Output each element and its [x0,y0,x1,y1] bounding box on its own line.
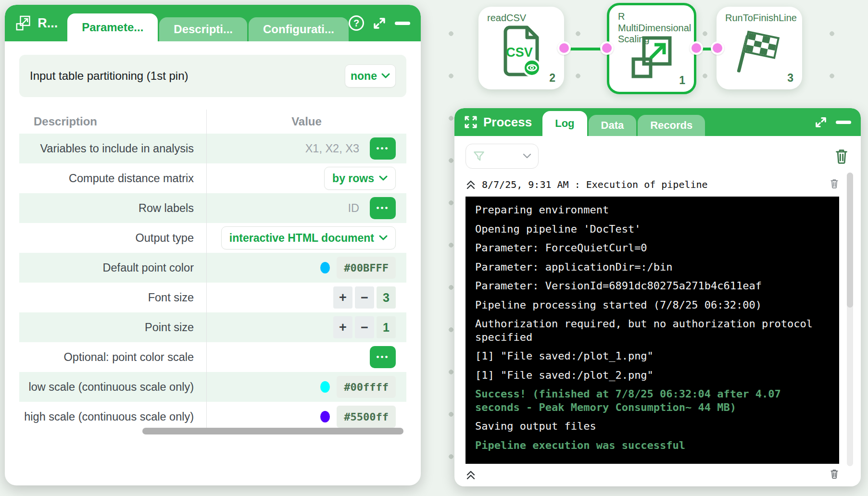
color-hex-value[interactable]: #5500ff [337,406,396,428]
param-label: high scale (continuous scale only) [19,402,207,432]
tab-records[interactable]: Records [638,115,705,136]
dialog-tabs: Paramete... Descripti... Configurati... [67,5,349,41]
param-row: Default point color#00BFFF [19,253,406,283]
dialog-title: R... [38,16,58,31]
input-port[interactable] [600,41,614,55]
param-label: Point size [19,312,207,342]
param-value-text: ID [348,202,360,215]
log-line: Parameter: applicationDir=:/bin [475,260,830,274]
filter-icon [473,150,485,162]
param-dropdown-value: by rows [332,172,374,185]
param-label: Variables to include in analysis [19,134,207,163]
node-config-dialog: R... Paramete... Descripti... Configurat… [5,5,421,485]
decrement-button[interactable]: − [355,286,374,309]
table-header: Description Value [19,110,406,134]
node-title: RunToFinishLine [725,12,796,24]
chevron-down-icon [381,73,390,79]
table-rows: Variables to include in analysisX1, X2, … [19,134,406,432]
chevron-down-icon [379,175,388,181]
param-row: high scale (continuous scale only)#5500f… [19,402,406,432]
param-dropdown[interactable]: by rows [324,167,396,190]
process-panel: Process Log Data Records [454,108,861,486]
column-header-description: Description [19,110,207,134]
csv-file-icon: CSV [497,25,545,78]
horizontal-scrollbar[interactable] [142,428,403,434]
log-line: Success! (finished at 7/8/25 06:32:04 af… [475,387,830,414]
more-options-button[interactable]: ••• [370,197,396,219]
node-title: readCSV [487,12,558,24]
param-row: Optional: point color scale••• [19,342,406,372]
partitioning-dropdown[interactable]: none [345,64,396,87]
output-port[interactable] [557,41,571,55]
filter-dropdown[interactable] [465,144,539,169]
node-readcsv[interactable]: readCSV CSV 2 [478,7,564,89]
more-options-button[interactable]: ••• [370,137,396,160]
param-dropdown[interactable]: interactive HTML document [221,226,396,249]
increment-button[interactable]: + [333,316,352,338]
param-value-cell: #5500ff [207,402,406,432]
log-terminal[interactable]: Preparing environmentOpening pipeline 'D… [465,197,839,464]
log-line: Parameter: ForceQuietCurl=0 [475,241,830,255]
collapse-icon[interactable] [465,179,476,190]
output-port[interactable] [690,41,703,55]
param-row: Point size+−1 [19,312,406,342]
log-line: Preparing environment [475,203,830,217]
stepper-value: 1 [377,316,396,338]
minimize-icon[interactable] [836,121,851,124]
expand-icon[interactable] [373,16,386,30]
log-line: [1] "File saved:/plot_1.png" [475,349,830,363]
stepper-value: 3 [377,286,396,309]
tab-data[interactable]: Data [589,115,637,136]
tab-parameters[interactable]: Paramete... [67,13,158,41]
tab-description[interactable]: Descripti... [159,17,247,41]
expand-icon[interactable] [815,116,827,128]
param-row: low scale (continuous scale only)#00ffff [19,372,406,402]
log-line: Pipeline processing started (7/8/25 06:3… [475,298,830,312]
more-options-button[interactable]: ••• [370,346,396,368]
node-runtofinishline[interactable]: RunToFinishLine 3 [717,7,802,89]
node-r-multidimensional-scaling[interactable]: R MultiDimensional Scaling 1 [607,3,696,94]
collapse-icon[interactable] [465,470,476,480]
param-value-cell: by rows [207,163,406,193]
delete-log-entry-button[interactable] [830,469,839,481]
stepper: +−1 [333,316,396,338]
trash-icon [834,148,849,164]
tab-log[interactable]: Log [542,111,587,136]
chevron-down-icon [379,235,388,241]
log-line: Saving output files [475,420,830,433]
color-hex-value[interactable]: #00BFFF [337,257,396,279]
clear-log-button[interactable] [834,148,849,164]
column-header-value: Value [207,115,406,128]
log-entry-header: 8/7/25, 9:31 AM : Execution of pipeline [465,175,839,194]
param-label: Compute distance matrix [19,163,207,193]
help-icon[interactable] [349,15,364,31]
svg-text:CSV: CSV [506,45,533,60]
trash-icon [830,469,839,479]
param-label: Font size [19,283,207,312]
log-toolbar [454,136,861,175]
vertical-scrollbar[interactable] [847,173,853,466]
param-value-cell: ••• [207,342,406,372]
node-port-count-badge: 2 [549,72,555,85]
minimize-icon[interactable] [395,22,410,25]
input-port[interactable] [711,41,724,55]
param-row: Variables to include in analysisX1, X2, … [19,134,406,163]
log-entry-footer [465,464,839,481]
delete-log-entry-button[interactable] [830,178,839,191]
fullscreen-icon[interactable] [464,115,478,129]
partitioning-label: Input table partitioning (1st pin) [30,69,189,83]
scaling-squares-icon [629,35,674,79]
color-swatch[interactable] [320,411,330,422]
trash-icon [830,178,839,189]
log-line: [1] "File saved:/plot_2.png" [475,369,830,382]
color-hex-value[interactable]: #00ffff [337,376,396,398]
decrement-button[interactable]: − [355,316,374,338]
process-title: Process [483,115,532,130]
param-row: Row labelsID••• [19,193,406,223]
tab-configuration[interactable]: Configurati... [249,17,349,41]
param-value-cell: #00BFFF [207,253,406,283]
param-value-cell: +−3 [207,283,406,312]
color-swatch[interactable] [320,381,330,393]
color-swatch[interactable] [320,262,330,273]
increment-button[interactable]: + [333,286,352,309]
